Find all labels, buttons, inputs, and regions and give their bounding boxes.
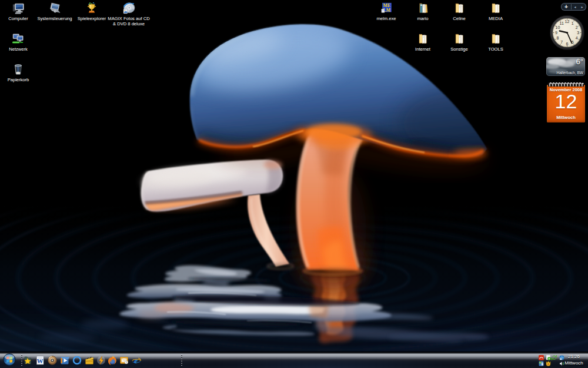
winamp-icon	[96, 355, 106, 366]
folder-icon	[453, 2, 466, 15]
cd-disc-icon	[47, 355, 58, 366]
media-player-icon	[59, 355, 70, 366]
svg-text:1: 1	[572, 21, 574, 25]
sidebar-controls[interactable]: + ◂ ▸	[561, 3, 586, 11]
icon-label: MAGIX Fotos auf CD & DVD 8 deluxe	[108, 16, 150, 26]
add-gadget-button[interactable]: +	[562, 4, 571, 10]
recycle-bin-icon	[11, 62, 25, 77]
wallpaper-mushrooms	[0, 0, 588, 368]
desktop-icon-melm[interactable]: ME LM melm.exe	[368, 1, 405, 22]
taskbar: W	[0, 352, 588, 368]
folder-icon	[416, 32, 430, 46]
folder-icon	[453, 32, 466, 46]
quicktime-icon	[72, 355, 82, 366]
magix-disc-icon	[122, 1, 136, 15]
firefox-icon	[107, 355, 118, 366]
prev-page-button[interactable]: ◂	[574, 4, 576, 10]
icon-label: Spieleexplorer	[78, 16, 106, 22]
icon-label: Netzwerk	[9, 47, 28, 52]
tray-time: 21:26	[563, 353, 584, 360]
tray-security-icon[interactable]	[546, 361, 551, 366]
folder-icon	[489, 2, 503, 15]
clock-gadget[interactable]: 123456789101112	[549, 15, 585, 51]
svg-text:12: 12	[565, 19, 570, 24]
quicklaunch-firefox[interactable]	[107, 355, 118, 366]
folder-icon	[489, 32, 503, 46]
icon-label: Systemsteuerung	[37, 16, 72, 22]
icon-label: mario	[417, 16, 429, 22]
svg-text:W: W	[37, 357, 44, 364]
tray-day: Mittwoch	[563, 360, 584, 366]
icon-label: Celine	[453, 16, 466, 22]
outlook-icon	[119, 355, 129, 366]
word-icon: W	[35, 355, 45, 366]
desktop: Computer Systemsteuerung	[0, 0, 588, 368]
next-page-button[interactable]: ▸	[581, 4, 583, 10]
quicklaunch-internet-explorer[interactable]: e	[131, 355, 142, 366]
tray-antivirus-icon[interactable]	[539, 355, 544, 360]
clapperboard-icon	[84, 355, 95, 366]
svg-text:11: 11	[560, 21, 564, 25]
folder-full-icon	[416, 2, 430, 15]
computer-icon	[11, 1, 25, 15]
desktop-icon-celine[interactable]: Celine	[440, 1, 478, 22]
quicklaunch-favorites[interactable]	[22, 355, 33, 366]
quicklaunch-winamp[interactable]	[96, 355, 106, 366]
tray-windows-update-icon[interactable]	[546, 355, 551, 360]
svg-text:7: 7	[560, 40, 563, 44]
quicklaunch-outlook[interactable]	[119, 355, 129, 366]
calendar-day: 12	[547, 90, 585, 113]
desktop-icon-mario[interactable]: mario	[404, 1, 442, 22]
tray-display-icon[interactable]	[539, 361, 544, 366]
icon-label: TOOLS	[488, 47, 503, 52]
internet-explorer-icon: e	[131, 355, 142, 366]
calendar-weekday: Mittwoch	[547, 115, 585, 120]
quicklaunch-burn-cd[interactable]	[47, 355, 58, 366]
desktop-icon-media[interactable]: MEDIA	[477, 1, 514, 22]
calendar-spiral-binding	[548, 81, 584, 87]
weather-location: Haiterbach, BW	[556, 71, 583, 75]
start-button[interactable]	[3, 353, 16, 366]
svg-text:3: 3	[577, 31, 579, 35]
desktop-icon-netzwerk[interactable]: Netzwerk	[0, 32, 37, 52]
desktop-icon-internet[interactable]: Internet	[404, 32, 442, 52]
games-trophy-icon	[85, 1, 99, 15]
icon-label: Computer	[8, 16, 28, 22]
tray-clock[interactable]: 21:26 Mittwoch	[563, 353, 584, 366]
svg-text:9: 9	[555, 31, 557, 35]
favorites-star-icon	[22, 355, 33, 366]
svg-text:6: 6	[566, 42, 569, 46]
svg-text:2: 2	[576, 25, 578, 29]
network-icon	[11, 32, 25, 46]
tray-sync-icon[interactable]	[552, 355, 557, 360]
quicklaunch-quicktime[interactable]	[72, 355, 82, 366]
weather-temperature: 6°	[576, 57, 583, 66]
quicklaunch-word[interactable]: W	[35, 355, 45, 366]
svg-text:10: 10	[555, 25, 560, 29]
weather-gadget[interactable]: 6° Haiterbach, BW	[546, 57, 585, 76]
toolbar-grip[interactable]	[181, 354, 182, 366]
icon-label: melm.exe	[377, 16, 396, 22]
icon-label: MEDIA	[489, 16, 503, 22]
desktop-icon-magix[interactable]: MAGIX Fotos auf CD & DVD 8 deluxe	[108, 1, 150, 26]
calendar-gadget[interactable]: November 2008 12 Mittwoch	[547, 80, 585, 123]
svg-text:8: 8	[556, 36, 559, 40]
svg-text:4: 4	[576, 36, 578, 40]
desktop-icon-papierkorb[interactable]: Papierkorb	[0, 62, 37, 83]
gadget-page-arrows: ◂ ▸	[572, 4, 586, 10]
desktop-icon-sonstige[interactable]: Sonstige	[440, 32, 478, 52]
control-panel-icon	[48, 1, 62, 15]
icon-label: Internet	[415, 47, 430, 52]
desktop-icon-systemsteuerung[interactable]: Systemsteuerung	[36, 1, 74, 22]
quicklaunch-video-editor[interactable]	[84, 355, 95, 366]
desktop-icon-tools[interactable]: TOOLS	[477, 32, 514, 52]
melm-app-icon: ME LM	[380, 2, 393, 15]
desktop-icon-spieleexplorer[interactable]: Spieleexplorer	[73, 1, 111, 22]
svg-text:e: e	[134, 356, 138, 365]
icon-label: Sonstige	[450, 47, 468, 52]
desktop-icon-computer[interactable]: Computer	[0, 1, 37, 22]
quicklaunch-media-player[interactable]	[59, 355, 70, 366]
icon-label: Papierkorb	[8, 78, 29, 83]
